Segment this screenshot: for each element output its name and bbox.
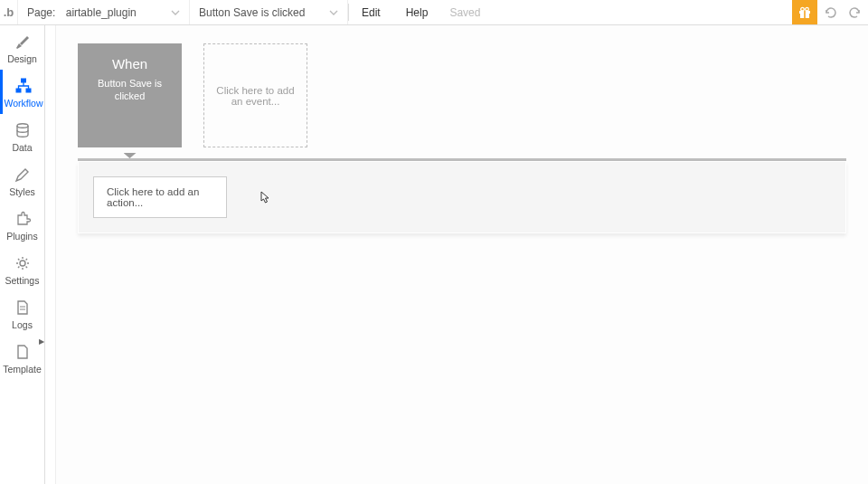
- svg-point-3: [801, 7, 805, 11]
- sidebar: Design Workflow Data: [0, 25, 45, 484]
- svg-rect-2: [804, 11, 806, 18]
- event-description: Button Save is clicked: [85, 77, 175, 103]
- chevron-down-icon: [171, 8, 180, 17]
- sidebar-item-plugins[interactable]: Plugins: [0, 203, 44, 247]
- gift-icon: [797, 5, 812, 20]
- redo-icon: [848, 5, 863, 20]
- template-icon: [14, 343, 32, 361]
- gear-icon: [14, 254, 32, 272]
- sidebar-item-styles[interactable]: Styles: [0, 158, 44, 203]
- sidebar-item-template[interactable]: Template: [0, 336, 44, 380]
- event-dropdown[interactable]: Button Save is clicked: [190, 0, 348, 24]
- topbar: .b Page: airtable_plugin Button Save is …: [0, 0, 868, 25]
- paintbrush-icon: [14, 33, 32, 51]
- bubble-logo[interactable]: .b: [0, 0, 18, 24]
- panel-divider: [45, 25, 56, 484]
- gift-button[interactable]: [792, 0, 817, 24]
- sidebar-item-data[interactable]: Data: [0, 114, 44, 158]
- event-dropdown-value: Button Save is clicked: [199, 6, 305, 19]
- page-dropdown[interactable]: Page: airtable_plugin: [18, 0, 190, 24]
- sidebar-item-logs[interactable]: Logs: [0, 291, 44, 336]
- svg-point-4: [806, 7, 809, 11]
- event-card-selected[interactable]: When Button Save is clicked: [78, 43, 182, 147]
- svg-point-8: [17, 124, 28, 128]
- sidebar-item-workflow[interactable]: Workflow: [0, 70, 44, 114]
- svg-rect-6: [16, 89, 21, 92]
- undo-icon: [823, 5, 837, 20]
- page-dropdown-value: airtable_plugin: [66, 6, 137, 19]
- pencil-icon: [14, 166, 32, 184]
- sidebar-item-design[interactable]: Design: [0, 25, 44, 70]
- puzzle-icon: [14, 210, 32, 228]
- file-icon: [14, 299, 32, 317]
- redo-button[interactable]: [843, 0, 868, 24]
- chevron-down-icon: [329, 8, 338, 17]
- svg-point-9: [20, 261, 25, 266]
- undo-button[interactable]: [817, 0, 843, 24]
- event-when-label: When: [112, 56, 147, 71]
- events-row: When Button Save is clicked Click here t…: [78, 43, 846, 147]
- svg-rect-7: [26, 89, 31, 92]
- database-icon: [14, 121, 32, 139]
- actions-panel: Click here to add an action...: [78, 161, 846, 233]
- workflow-canvas: When Button Save is clicked Click here t…: [56, 25, 868, 484]
- sitemap-icon: [14, 77, 33, 95]
- edit-menu[interactable]: Edit: [349, 0, 393, 24]
- svg-rect-5: [22, 79, 26, 82]
- help-menu[interactable]: Help: [393, 0, 441, 24]
- add-event-button[interactable]: Click here to add an event...: [203, 43, 307, 147]
- sidebar-item-settings[interactable]: Settings: [0, 247, 44, 291]
- saved-status: Saved: [440, 0, 489, 24]
- add-action-button[interactable]: Click here to add an action...: [93, 176, 227, 218]
- page-dropdown-prefix: Page:: [27, 6, 55, 19]
- sidebar-expand-handle[interactable]: ▶: [39, 337, 44, 346]
